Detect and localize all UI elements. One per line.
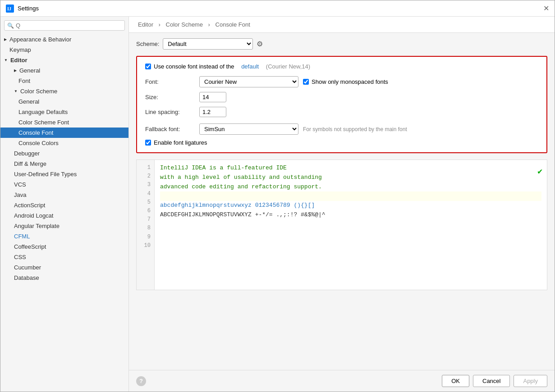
sidebar-item-console-colors[interactable]: Console Colors xyxy=(0,138,128,148)
font-label: Font: xyxy=(145,78,199,85)
line-spacing-input[interactable] xyxy=(199,107,226,117)
right-panel: Editor › Color Scheme › Console Font Sch… xyxy=(129,17,555,392)
sidebar-item-label: Language Defaults xyxy=(18,109,68,115)
sidebar-item-label: CSS xyxy=(14,254,26,260)
line-spacing-label: Line spacing: xyxy=(145,109,199,115)
sidebar-item-android-logcat[interactable]: Android Logcat xyxy=(0,210,128,221)
title-bar: IJ Settings ✕ xyxy=(0,0,555,17)
sidebar-item-label: VCS xyxy=(14,181,26,188)
code-line-9 xyxy=(160,238,541,248)
sidebar-item-label: Color Scheme Font xyxy=(18,119,69,126)
sidebar-item-editor[interactable]: ▼ Editor xyxy=(0,55,128,65)
sidebar-item-debugger[interactable]: Debugger xyxy=(0,148,128,159)
sidebar-item-label: Console Font xyxy=(18,129,53,136)
line-num: 9 xyxy=(141,233,151,242)
sidebar-item-label: Color Scheme xyxy=(20,88,57,95)
sidebar-item-diff-merge[interactable]: Diff & Merge xyxy=(0,159,128,169)
sidebar-item-general[interactable]: ▶ General xyxy=(0,65,128,76)
use-console-row: Use console font instead of the default … xyxy=(145,63,538,70)
sidebar-item-label: CoffeeScript xyxy=(14,243,46,250)
sidebar-item-console-font[interactable]: Console Font xyxy=(0,128,128,138)
main-content: 🔍 ▶ Appearance & Behavior Keymap ▼ Edito… xyxy=(0,17,555,392)
ligatures-label: Enable font ligatures xyxy=(154,139,207,146)
sidebar-item-label: Angular Template xyxy=(14,223,60,229)
sidebar-item-font[interactable]: Font xyxy=(0,76,128,86)
app-icon: IJ xyxy=(6,5,14,13)
search-input[interactable] xyxy=(16,22,122,29)
scheme-row: Scheme: Default Classic Light Darcula Hi… xyxy=(136,38,547,50)
fallback-row: Fallback font: SimSun None Arial Unicode… xyxy=(145,123,538,135)
settings-box: Use console font instead of the default … xyxy=(136,56,547,153)
size-label: Size: xyxy=(145,94,199,100)
fallback-label: Fallback font: xyxy=(145,126,199,132)
title-bar-left: IJ Settings xyxy=(6,5,39,13)
fallback-hint: For symbols not supported by the main fo… xyxy=(303,126,538,132)
line-num: 1 xyxy=(141,164,151,172)
sidebar-item-label: Appearance & Behavior xyxy=(9,36,71,43)
sidebar-item-cfml[interactable]: CFML xyxy=(0,231,128,242)
line-num: 4 xyxy=(141,190,151,198)
sidebar-item-angular-template[interactable]: Angular Template xyxy=(0,221,128,231)
sidebar-item-java[interactable]: Java xyxy=(0,190,128,200)
apply-button[interactable]: Apply xyxy=(514,375,547,387)
breadcrumb-part2: Color Scheme xyxy=(166,21,203,28)
settings-window: IJ Settings ✕ 🔍 ▶ Appearance & Behavior … xyxy=(0,0,555,392)
close-button[interactable]: ✕ xyxy=(543,5,549,12)
sidebar-item-css[interactable]: CSS xyxy=(0,252,128,262)
sidebar-item-cs-general[interactable]: General xyxy=(0,96,128,107)
search-box[interactable]: 🔍 xyxy=(4,20,125,31)
cancel-button[interactable]: Cancel xyxy=(473,375,510,387)
sidebar-item-label: General xyxy=(18,98,39,105)
sidebar-item-label: Android Logcat xyxy=(14,212,53,219)
sidebar-item-keymap[interactable]: Keymap xyxy=(0,45,128,55)
sidebar-item-cs-lang[interactable]: Language Defaults xyxy=(0,107,128,117)
line-num: 3 xyxy=(141,181,151,189)
help-button[interactable]: ? xyxy=(136,376,146,386)
code-line-5: abcdefghijklmnopqrstuvwxyz 0123456789 ()… xyxy=(160,201,541,210)
font-select[interactable]: Courier New Consolas Monospace SimSun xyxy=(199,76,298,87)
bottom-buttons: OK Cancel Apply xyxy=(442,375,547,387)
sidebar-item-label: User-Defined File Types xyxy=(14,171,77,178)
line-num: 6 xyxy=(141,207,151,215)
ligatures-checkbox[interactable] xyxy=(145,140,151,146)
code-line-3: advanced code editing and refactoring su… xyxy=(160,182,541,192)
valid-icon: ✔ xyxy=(537,166,542,176)
line-num: 10 xyxy=(141,242,151,250)
sidebar-item-label: Database xyxy=(14,274,39,281)
sidebar-item-label: ActionScript xyxy=(14,202,45,209)
svg-text:IJ: IJ xyxy=(7,6,11,11)
bottom-bar: ? OK Cancel Apply xyxy=(129,370,555,392)
sidebar-item-actionscript[interactable]: ActionScript xyxy=(0,200,128,210)
show-monospaced-label: Show only monospaced fonts xyxy=(312,78,388,85)
breadcrumb: Editor › Color Scheme › Console Font xyxy=(129,17,555,33)
size-input[interactable] xyxy=(199,92,226,102)
sidebar-item-label: Console Colors xyxy=(18,140,59,146)
gear-button[interactable]: ⚙ xyxy=(257,40,263,48)
sidebar-item-label: Keymap xyxy=(9,46,31,53)
breadcrumb-part3: Console Font xyxy=(216,21,250,28)
show-monospaced-checkbox[interactable] xyxy=(303,79,309,85)
sidebar-item-colorscheme[interactable]: ▼ Color Scheme xyxy=(0,86,128,96)
fallback-select[interactable]: SimSun None Arial Unicode MS xyxy=(199,123,298,135)
sidebar-item-vcs[interactable]: VCS xyxy=(0,179,128,190)
breadcrumb-sep2: › xyxy=(208,21,210,28)
sidebar-item-appearance[interactable]: ▶ Appearance & Behavior xyxy=(0,34,128,45)
ok-button[interactable]: OK xyxy=(442,375,469,387)
line-num: 7 xyxy=(141,215,151,224)
sidebar-item-cucumber[interactable]: Cucumber xyxy=(0,262,128,273)
scheme-select[interactable]: Default Classic Light Darcula High Contr… xyxy=(163,38,253,50)
use-console-checkbox[interactable] xyxy=(145,64,151,69)
default-hint: (Courier New,14) xyxy=(266,63,310,70)
triangle-icon: ▼ xyxy=(14,89,18,93)
sidebar-item-user-defined[interactable]: User-Defined File Types xyxy=(0,169,128,179)
sidebar-item-cs-font[interactable]: Color Scheme Font xyxy=(0,117,128,128)
sidebar-item-label: Debugger xyxy=(14,150,40,157)
sidebar-item-coffeescript[interactable]: CoffeeScript xyxy=(0,242,128,252)
triangle-icon: ▶ xyxy=(4,37,7,41)
ligatures-row: Enable font ligatures xyxy=(145,139,538,146)
code-line-7 xyxy=(160,220,541,229)
default-link[interactable]: default xyxy=(241,63,259,70)
code-line-10 xyxy=(160,248,541,257)
sidebar-item-database[interactable]: Database xyxy=(0,273,128,283)
sidebar-item-label: Diff & Merge xyxy=(14,160,46,167)
